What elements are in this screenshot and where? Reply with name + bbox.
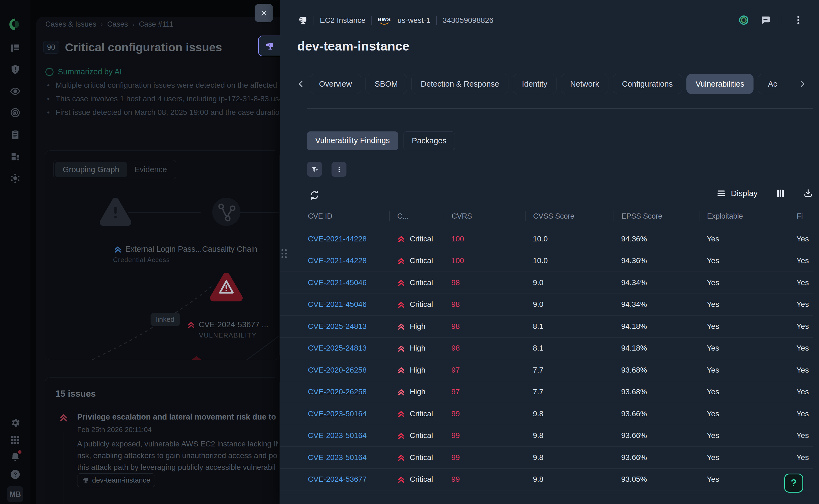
filter-options-button[interactable] [331, 162, 346, 177]
cve-link[interactable]: CVE-2023-50164 [308, 453, 389, 462]
user-avatar[interactable]: MB [7, 486, 23, 502]
cve-link[interactable]: CVE-2020-26258 [308, 366, 389, 374]
help-circle-icon[interactable]: ? [10, 469, 21, 480]
cve-link[interactable]: CVE-2021-45046 [308, 278, 389, 287]
exploitable-cell: Yes [699, 475, 789, 484]
divider [371, 16, 372, 25]
tab-detection-response[interactable]: Detection & Response [412, 74, 509, 94]
tabs-divider [307, 108, 813, 109]
columns-button[interactable] [776, 188, 785, 198]
column-header-c-[interactable]: C... [389, 211, 444, 221]
sidebar-item-shield-alert[interactable] [10, 64, 21, 75]
column-header-fi[interactable]: Fi [789, 211, 813, 221]
subtab-vulnerability-findings[interactable]: Vulnerability Findings [307, 131, 398, 150]
tab-overview[interactable]: Overview [310, 74, 361, 94]
table-row[interactable]: CVE-2021-45046 Critical 98 9.0 94.34% Ye… [280, 294, 813, 316]
subtab-packages[interactable]: Packages [403, 131, 455, 150]
double-chevron-red-icon [187, 320, 195, 329]
brand-logo-icon[interactable] [8, 17, 22, 31]
cvrs-cell: 98 [444, 322, 525, 331]
tab-sbom[interactable]: SBOM [365, 74, 407, 94]
cvss-cell: 9.0 [525, 300, 614, 309]
cvss-cell: 9.8 [525, 409, 614, 418]
column-header-cve-id[interactable]: CVE ID [308, 212, 389, 221]
table-row[interactable]: CVE-2020-26258 High 97 7.7 93.68% Yes Ye… [280, 381, 813, 403]
exploitable-cell: Yes [699, 278, 789, 287]
severity-cell: Critical [389, 278, 444, 287]
table-row[interactable]: CVE-2024-53677 Critical 99 9.8 93.05% Ye… [280, 469, 813, 491]
column-header-cvss-score[interactable]: CVSS Score [525, 211, 614, 221]
severity-cell: High [389, 388, 444, 396]
cve-link[interactable]: CVE-2025-24813 [308, 344, 389, 352]
table-row[interactable]: CVE-2023-50164 Critical 99 9.8 93.66% Ye… [280, 403, 813, 425]
table-row[interactable]: CVE-2023-50164 Critical 99 9.8 93.66% Ye… [280, 447, 813, 469]
issue-title[interactable]: Privilege escalation and lateral movemen… [77, 412, 278, 421]
exploitable-cell: Yes [699, 366, 789, 374]
refresh-button[interactable] [309, 190, 319, 200]
download-button[interactable] [803, 188, 813, 198]
display-button[interactable]: Display [716, 188, 758, 198]
app-sidebar: ? MB [0, 0, 30, 504]
table-row[interactable]: CVE-2021-45046 Critical 98 9.0 94.34% Ye… [280, 272, 813, 294]
help-button[interactable]: ? [784, 474, 803, 493]
column-header-exploitable[interactable]: Exploitable [699, 211, 789, 221]
cvrs-cell: 97 [444, 366, 525, 374]
cvss-cell: 8.1 [525, 322, 614, 331]
cvrs-cell: 97 [444, 388, 525, 396]
issue-asset-tag[interactable]: dev-team-instance [77, 473, 155, 487]
tab-identity[interactable]: Identity [513, 74, 557, 94]
refresh-icon [309, 190, 319, 200]
cve-link[interactable]: CVE-2024-53677 [308, 475, 389, 484]
settings-gear-icon[interactable] [10, 417, 21, 428]
cve-link[interactable]: CVE-2023-50164 [308, 431, 389, 440]
cve-link[interactable]: CVE-2021-44228 [308, 235, 389, 243]
graph-node-label-causality[interactable]: Causality Chain [202, 245, 257, 254]
cve-link[interactable]: CVE-2021-44228 [308, 256, 389, 265]
graph-node-label-external-login[interactable]: External Login Pass... [114, 245, 202, 254]
table-row[interactable]: CVE-2021-44228 Critical 100 10.0 94.36% … [280, 228, 813, 250]
table-row[interactable]: CVE-2020-26258 High 97 7.7 93.68% Yes Ye… [280, 359, 813, 381]
sidebar-item-clipboard[interactable] [10, 129, 21, 140]
close-drawer-button[interactable] [255, 4, 273, 22]
severity-cell: Critical [389, 431, 444, 440]
severity-cell: High [389, 322, 444, 331]
sidebar-item-target[interactable] [10, 107, 21, 118]
epss-cell: 93.66% [614, 409, 699, 418]
sidebar-item-monitoring-eye[interactable] [10, 86, 21, 97]
table-row[interactable]: CVE-2021-44228 Critical 100 10.0 94.36% … [280, 250, 813, 272]
sidebar-item-hive[interactable] [10, 173, 21, 184]
comment-icon[interactable] [760, 15, 771, 26]
table-row[interactable]: CVE-2025-24813 High 98 8.1 94.18% Yes Ye… [280, 316, 813, 338]
cve-link[interactable]: CVE-2025-24813 [308, 322, 389, 331]
tab-network[interactable]: Network [561, 74, 608, 94]
sidebar-item-dashboard[interactable] [10, 43, 21, 53]
kebab-menu-icon[interactable] [793, 15, 804, 26]
table-row[interactable]: CVE-2023-50164 Critical 99 9.8 93.66% Ye… [280, 425, 813, 447]
notifications-bell-icon[interactable] [10, 451, 21, 462]
cve-link[interactable]: CVE-2021-45046 [308, 300, 389, 309]
graph-node-label-cve[interactable]: CVE-2024-53677 ... [187, 320, 268, 329]
cve-link[interactable]: CVE-2020-26258 [308, 388, 389, 396]
column-header-epss-score[interactable]: EPSS Score [614, 211, 699, 221]
severity-chevrons-icon [397, 344, 405, 352]
add-filter-button[interactable] [307, 162, 322, 177]
tabs-scroll-left-icon[interactable] [296, 79, 305, 89]
drawer-asset-tab[interactable] [258, 36, 280, 56]
ai-rings-icon[interactable] [738, 15, 749, 26]
panel-resize-handle[interactable] [281, 249, 287, 258]
table-row[interactable]: CVE-2025-24813 High 98 8.1 94.18% Yes Ye… [280, 338, 813, 360]
tabs-scroll-right-icon[interactable] [798, 79, 807, 89]
tab-configurations[interactable]: Configurations [613, 74, 682, 94]
apps-grid-icon[interactable] [10, 434, 21, 445]
issues-heading: 15 issues [55, 389, 96, 399]
breadcrumb-cases[interactable]: Cases [107, 20, 128, 29]
breadcrumb-cases-issues[interactable]: Cases & Issues [45, 20, 96, 29]
cve-link[interactable]: CVE-2023-50164 [308, 409, 389, 418]
tab-vulnerabilities[interactable]: Vulnerabilities [686, 74, 754, 94]
sidebar-item-assets[interactable] [10, 151, 21, 162]
epss-cell: 93.66% [614, 453, 699, 462]
cvrs-cell: 100 [444, 235, 525, 243]
cvss-cell: 8.1 [525, 344, 614, 352]
column-header-cvrs[interactable]: CVRS [444, 211, 525, 221]
tab-partial[interactable]: Ac [758, 74, 778, 94]
